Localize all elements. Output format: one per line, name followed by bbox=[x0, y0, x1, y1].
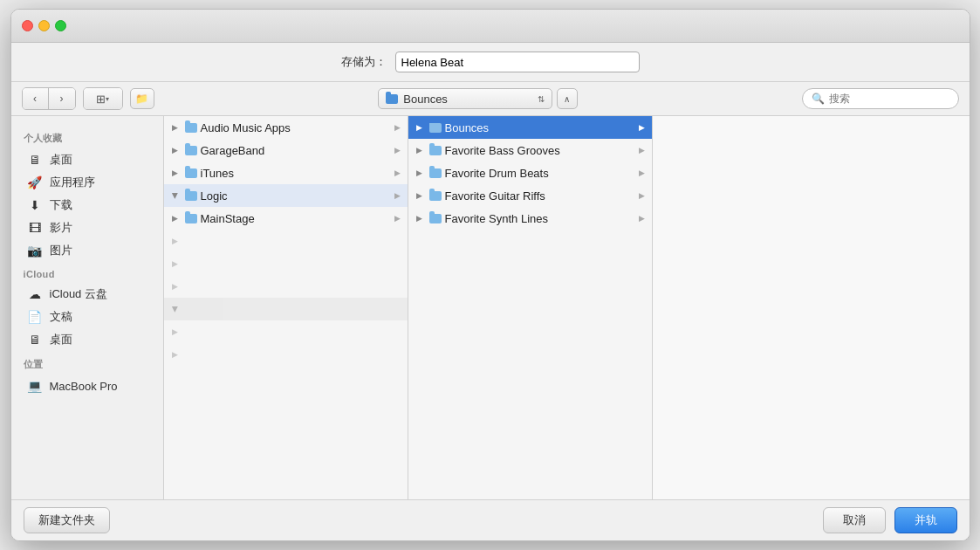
sidebar-item-apps[interactable]: 🚀 应用程序 bbox=[15, 171, 160, 194]
main-content: 个人收藏 🖥 桌面 🚀 应用程序 ⬇ 下载 🎞 影片 📷 图片 iCloud bbox=[11, 116, 970, 499]
folder-icon bbox=[185, 146, 197, 155]
forward-button[interactable]: › bbox=[49, 88, 75, 109]
location-folder-icon bbox=[386, 94, 398, 104]
sidebar-item-label: 应用程序 bbox=[50, 175, 95, 190]
search-icon: 🔍 bbox=[812, 93, 825, 105]
pictures-icon: 📷 bbox=[27, 243, 43, 258]
table-row[interactable]: ▶ iTunes ▶ bbox=[164, 162, 408, 184]
disclosure-icon: ▶ bbox=[169, 303, 182, 315]
file-name: Bounces bbox=[445, 121, 635, 134]
sidebar-item-downloads[interactable]: ⬇ 下载 bbox=[15, 194, 160, 217]
table-row[interactable]: ▶ bbox=[164, 275, 408, 298]
table-row[interactable]: ▶ Favorite Drum Beats ▶ bbox=[408, 162, 652, 184]
table-row[interactable]: ▶ bbox=[164, 230, 408, 252]
new-folder-button[interactable]: 新建文件夹 bbox=[24, 507, 110, 533]
location-label: Bounces bbox=[403, 93, 532, 106]
desktop2-icon: 🖥 bbox=[27, 332, 43, 347]
chevron-up-icon: ∧ bbox=[564, 94, 570, 104]
arrow-right-icon: ▶ bbox=[394, 168, 401, 177]
downloads-icon: ⬇ bbox=[27, 197, 43, 213]
disclosure-icon: ▶ bbox=[414, 144, 426, 156]
location-dropdown[interactable]: Bounces ⇅ bbox=[378, 88, 552, 109]
disclosure-icon: ▶ bbox=[169, 258, 182, 270]
file-name: Favorite Bass Grooves bbox=[445, 144, 635, 157]
sidebar-item-label: MacBook Pro bbox=[50, 380, 118, 393]
filename-input[interactable] bbox=[395, 52, 640, 72]
search-box[interactable]: 🔍 bbox=[802, 88, 959, 109]
table-row[interactable]: ▶ MainStage ▶ bbox=[164, 207, 408, 230]
file-browser: ▶ Audio Music Apps ▶ ▶ GarageBand ▶ ▶ iT… bbox=[164, 116, 970, 499]
folder-icon bbox=[185, 168, 197, 178]
desktop-icon: 🖥 bbox=[27, 152, 43, 168]
file-name: Favorite Guitar Riffs bbox=[445, 189, 635, 203]
sidebar-item-desktop2[interactable]: 🖥 桌面 bbox=[15, 328, 160, 351]
disclosure-icon: ▶ bbox=[169, 280, 182, 292]
confirm-button[interactable]: 并轨 bbox=[894, 507, 957, 533]
sidebar-section-locations: 位置 bbox=[11, 351, 163, 375]
sidebar-item-macbook[interactable]: 💻 MacBook Pro bbox=[15, 375, 160, 397]
sidebar-item-label: 下载 bbox=[50, 197, 72, 213]
arrow-right-icon: ▶ bbox=[639, 146, 645, 155]
new-folder-quick-button[interactable]: 📁 bbox=[130, 88, 154, 109]
maximize-button[interactable] bbox=[55, 20, 66, 31]
table-row[interactable]: ▶ GarageBand ▶ bbox=[164, 139, 408, 162]
close-button[interactable] bbox=[22, 20, 33, 31]
disclosure-icon: ▶ bbox=[414, 121, 426, 134]
sidebar-item-pictures[interactable]: 📷 图片 bbox=[15, 239, 160, 262]
up-directory-button[interactable]: ∧ bbox=[557, 88, 578, 109]
sidebar-item-label: 文稿 bbox=[50, 309, 72, 325]
view-icon: ⊞ bbox=[96, 93, 106, 106]
bottom-bar: 新建文件夹 取消 并轨 bbox=[11, 499, 970, 540]
sidebar-item-label: 图片 bbox=[50, 243, 72, 258]
table-row[interactable]: ▶ Favorite Synth Lines ▶ bbox=[408, 207, 652, 230]
sidebar-section-favorites: 个人收藏 bbox=[11, 125, 163, 148]
sidebar-item-desktop[interactable]: 🖥 桌面 bbox=[15, 148, 160, 171]
table-row[interactable]: ▶ Favorite Bass Grooves ▶ bbox=[408, 139, 652, 162]
table-row[interactable]: ▶ bbox=[164, 252, 408, 275]
file-name: Logic bbox=[201, 189, 391, 203]
table-row[interactable]: ▶ bbox=[164, 343, 408, 366]
nav-buttons: ‹ › bbox=[22, 87, 76, 110]
disclosure-icon: ▶ bbox=[414, 167, 426, 179]
search-input[interactable] bbox=[829, 93, 951, 105]
folder-icon bbox=[185, 214, 197, 223]
file-name: iTunes bbox=[201, 167, 391, 180]
arrow-right-icon: ▶ bbox=[394, 123, 401, 132]
arrow-right-icon: ▶ bbox=[394, 191, 401, 200]
folder-icon bbox=[429, 191, 442, 201]
table-row[interactable]: ▶ bbox=[164, 298, 408, 320]
arrow-right-icon: ▶ bbox=[639, 168, 645, 177]
table-row[interactable]: ▶ Bounces ▶ bbox=[408, 116, 652, 139]
arrow-right-icon: ▶ bbox=[394, 214, 401, 223]
toolbar-row: ‹ › ⊞ ▾ 📁 Bounces ⇅ ∧ bbox=[11, 82, 970, 116]
sidebar-section-icloud: iCloud bbox=[11, 262, 163, 283]
table-row[interactable]: ▶ Logic ▶ bbox=[164, 184, 408, 207]
view-buttons: ⊞ ▾ bbox=[83, 87, 123, 110]
macbook-icon: 💻 bbox=[27, 378, 43, 394]
file-name: MainStage bbox=[201, 212, 391, 225]
movies-icon: 🎞 bbox=[27, 220, 43, 236]
disclosure-icon: ▶ bbox=[169, 326, 182, 338]
disclosure-icon: ▶ bbox=[169, 144, 182, 156]
sidebar-item-documents[interactable]: 📄 文稿 bbox=[15, 306, 160, 328]
table-row[interactable]: ▶ bbox=[164, 320, 408, 343]
column-1: ▶ Audio Music Apps ▶ ▶ GarageBand ▶ ▶ iT… bbox=[164, 116, 408, 499]
table-row[interactable]: ▶ Audio Music Apps ▶ bbox=[164, 116, 408, 139]
sidebar-item-icloud-drive[interactable]: ☁ iCloud 云盘 bbox=[15, 283, 160, 306]
arrow-right-icon: ▶ bbox=[394, 146, 401, 155]
folder-icon bbox=[429, 146, 442, 155]
folder-icon bbox=[429, 123, 442, 133]
sidebar-item-label: iCloud 云盘 bbox=[50, 286, 107, 302]
cancel-button[interactable]: 取消 bbox=[823, 507, 886, 533]
file-name: Favorite Synth Lines bbox=[445, 212, 635, 225]
sidebar-item-movies[interactable]: 🎞 影片 bbox=[15, 217, 160, 239]
view-dropdown-icon: ▾ bbox=[106, 95, 109, 103]
disclosure-icon: ▶ bbox=[169, 121, 182, 134]
back-button[interactable]: ‹ bbox=[23, 88, 49, 109]
folder-icon bbox=[429, 214, 442, 223]
minimize-button[interactable] bbox=[38, 20, 50, 31]
arrow-right-icon: ▶ bbox=[639, 214, 645, 223]
disclosure-icon: ▶ bbox=[169, 167, 182, 179]
view-mode-button[interactable]: ⊞ ▾ bbox=[84, 88, 122, 109]
table-row[interactable]: ▶ Favorite Guitar Riffs ▶ bbox=[408, 184, 652, 207]
